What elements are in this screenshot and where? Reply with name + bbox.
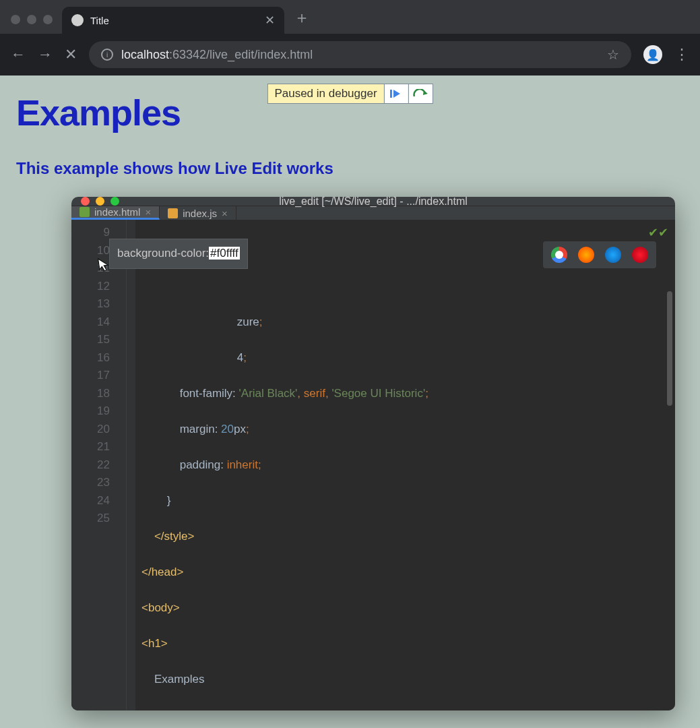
close-dot[interactable]: [81, 197, 90, 206]
profile-avatar-icon[interactable]: 👤: [643, 45, 662, 64]
code-token: Examples: [154, 673, 205, 686]
close-tab-icon[interactable]: ✕: [265, 13, 275, 28]
line-number: 15: [71, 331, 110, 349]
code-content[interactable]: <style> zure; 4; font-family: 'Arial Bla…: [136, 220, 428, 710]
vertical-scrollbar[interactable]: [666, 224, 674, 710]
code-token: font-family:: [180, 387, 239, 400]
ide-window: live_edit [~/WS/live_edit] - .../index.h…: [71, 197, 675, 710]
html-file-icon: [79, 207, 90, 217]
browser-tab[interactable]: Title ✕: [62, 7, 284, 34]
nav-bar: ← → ✕ i localhost:63342/live_edit/index.…: [0, 34, 700, 75]
line-number: 25: [71, 510, 110, 528]
editor-tab-index-html[interactable]: index.html ×: [71, 206, 160, 220]
code-token: padding:: [180, 458, 227, 471]
editor-tab-index-js[interactable]: index.js ×: [160, 206, 236, 220]
gutter[interactable]: 9 10 11 12 13 14 15 16 17 18 19 20 21 22…: [71, 220, 127, 710]
svg-rect-0: [390, 90, 392, 98]
code-token: ,: [297, 387, 303, 400]
code-token: ;: [246, 423, 249, 435]
bookmark-star-icon[interactable]: ☆: [607, 47, 619, 63]
svg-marker-1: [393, 90, 400, 98]
code-token: <body>: [141, 601, 180, 614]
ide-titlebar[interactable]: live_edit [~/WS/live_edit] - .../index.h…: [71, 197, 675, 206]
traffic-dot: [11, 15, 20, 24]
window-traffic-lights: [11, 15, 53, 24]
line-number: 23: [71, 474, 110, 492]
traffic-dot: [27, 15, 36, 24]
minimize-dot[interactable]: [96, 197, 104, 206]
hint-value[interactable]: #f0ffff: [209, 247, 240, 260]
editor-area[interactable]: 9 10 11 12 13 14 15 16 17 18 19 20 21 22…: [71, 220, 675, 710]
code-token: 4: [237, 351, 243, 364]
paused-in-debugger-bar: Paused in debugger: [267, 84, 433, 104]
svg-marker-3: [98, 257, 109, 272]
line-number: 19: [71, 402, 110, 421]
chrome-icon[interactable]: [551, 247, 567, 263]
code-completion-popup[interactable]: background-color:#f0ffff: [109, 239, 248, 269]
line-number: 14: [71, 313, 110, 332]
scrollbar-thumb[interactable]: [667, 291, 672, 406]
stop-icon[interactable]: ✕: [65, 46, 77, 63]
code-token: </h1>: [141, 708, 171, 711]
code-token: ;: [425, 387, 428, 400]
line-number: 12: [71, 278, 110, 296]
line-number: 24: [71, 492, 110, 510]
open-in-browser-bar: [543, 241, 656, 268]
code-token: zure: [237, 315, 259, 328]
code-token: px: [234, 423, 246, 435]
hint-label: background-color:: [117, 247, 209, 260]
zoom-dot[interactable]: [110, 197, 119, 206]
code-token: 'Segoe UI Historic': [331, 387, 425, 400]
code-token: 'Arial Black': [239, 387, 298, 400]
code-token: ,: [325, 387, 331, 400]
browser-chrome: Title ✕ ＋ ← → ✕ i localhost:63342/live_e…: [0, 0, 700, 75]
step-over-button[interactable]: [408, 84, 433, 103]
close-tab-icon[interactable]: ×: [222, 208, 228, 219]
code-token: }: [167, 494, 171, 507]
page-h2: This example shows how Live Edit works: [16, 159, 684, 178]
page-content: Paused in debugger Examples This example…: [0, 75, 700, 194]
tab-title: Title: [90, 15, 109, 26]
paused-label: Paused in debugger: [267, 84, 383, 103]
favicon-icon: [71, 14, 84, 26]
code-token: inherit: [227, 458, 258, 471]
line-number: 20: [71, 421, 110, 439]
safari-icon[interactable]: [605, 247, 621, 263]
code-token: </head>: [141, 566, 183, 578]
line-number: 22: [71, 456, 110, 475]
line-number: 16: [71, 349, 110, 367]
editor-tab-label: index.js: [183, 208, 217, 219]
traffic-dot: [43, 15, 53, 24]
firefox-icon[interactable]: [578, 247, 594, 263]
new-tab-button[interactable]: ＋: [294, 7, 310, 28]
fold-column[interactable]: [127, 220, 136, 710]
mouse-cursor-icon: [98, 257, 110, 273]
editor-tab-label: index.html: [94, 206, 140, 218]
ide-traffic-lights: [81, 197, 119, 206]
code-token: 20: [221, 423, 234, 435]
browser-menu-icon[interactable]: ⋮: [674, 46, 689, 63]
js-file-icon: [168, 208, 178, 218]
url-bar[interactable]: i localhost:63342/live_edit/index.html ☆: [89, 41, 631, 68]
line-number: 13: [71, 295, 110, 313]
code-token: margin:: [180, 423, 221, 435]
code-token: </style>: [154, 530, 195, 543]
close-tab-icon[interactable]: ×: [145, 206, 151, 218]
url-text: localhost:63342/live_edit/index.html: [121, 48, 313, 62]
forward-icon[interactable]: →: [38, 46, 53, 63]
line-number: 21: [71, 438, 110, 456]
svg-marker-2: [423, 90, 428, 95]
line-number: 9: [71, 224, 110, 242]
line-number: 17: [71, 367, 110, 385]
tab-strip: Title ✕ ＋: [0, 0, 700, 34]
opera-icon[interactable]: [632, 247, 648, 263]
line-number: 18: [71, 385, 110, 403]
code-token: <h1>: [141, 637, 168, 650]
editor-tabs: index.html × index.js ×: [71, 206, 675, 220]
back-icon[interactable]: ←: [11, 46, 26, 63]
site-info-icon[interactable]: i: [101, 49, 113, 61]
code-token: serif: [304, 387, 325, 400]
resume-script-button[interactable]: [384, 84, 408, 103]
code-token: ;: [258, 458, 261, 471]
